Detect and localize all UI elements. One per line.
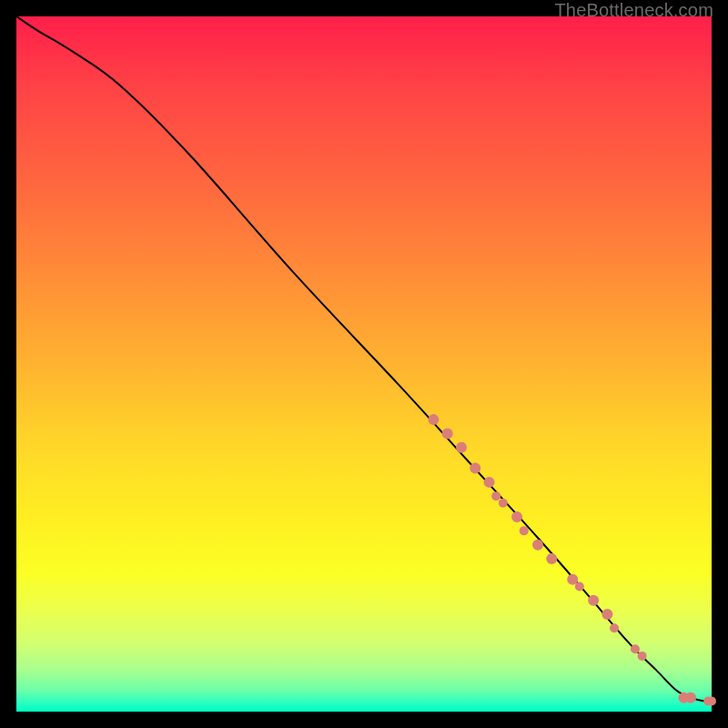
chart-stage: TheBottleneck.com: [0, 0, 728, 728]
data-point: [575, 581, 584, 591]
data-point: [470, 463, 480, 474]
data-point: [456, 442, 467, 453]
data-point: [610, 623, 619, 632]
data-point: [442, 428, 453, 439]
data-point: [532, 540, 543, 551]
plot-area: [16, 16, 712, 712]
chart-svg: [16, 16, 712, 712]
data-point: [707, 697, 716, 706]
data-point: [484, 477, 495, 488]
data-point: [491, 491, 500, 500]
data-point: [499, 499, 508, 508]
data-point: [638, 652, 647, 661]
data-point: [685, 693, 696, 703]
marker-layer: [428, 414, 716, 705]
data-point: [520, 526, 529, 535]
bottleneck-curve: [16, 16, 712, 702]
curve-layer: [16, 16, 712, 702]
data-point: [631, 644, 640, 653]
data-point: [588, 595, 599, 606]
watermark-text: TheBottleneck.com: [554, 0, 713, 21]
data-point: [428, 414, 439, 425]
data-point: [511, 511, 522, 522]
data-point: [602, 609, 612, 620]
data-point: [546, 553, 557, 564]
